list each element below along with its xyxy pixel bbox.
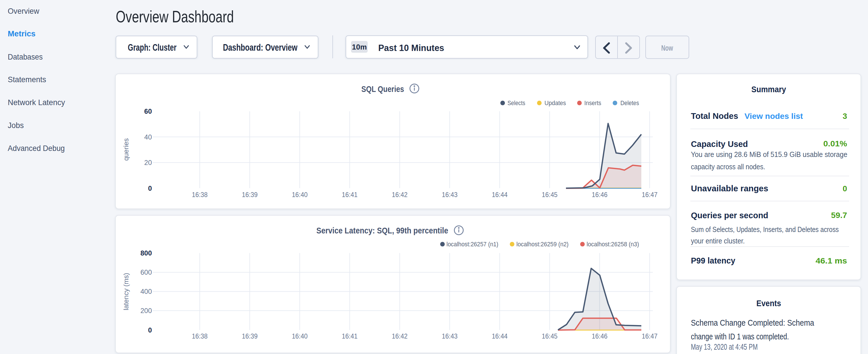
svg-text:59.7: 59.7 xyxy=(831,211,847,220)
svg-text:40: 40 xyxy=(144,133,152,141)
svg-text:20: 20 xyxy=(144,159,152,166)
svg-text:16:46: 16:46 xyxy=(592,332,608,340)
svg-text:16:46: 16:46 xyxy=(592,191,608,198)
svg-text:Overview: Overview xyxy=(8,7,39,15)
svg-text:3: 3 xyxy=(842,112,847,121)
svg-text:16:41: 16:41 xyxy=(342,191,358,198)
svg-text:16:39: 16:39 xyxy=(242,332,258,340)
svg-text:Service Latency: SQL, 99th per: Service Latency: SQL, 99th percentile xyxy=(316,226,448,235)
svg-text:16:45: 16:45 xyxy=(542,191,558,198)
svg-text:16:42: 16:42 xyxy=(392,332,407,340)
svg-text:0: 0 xyxy=(148,185,152,192)
svg-text:Metrics: Metrics xyxy=(8,29,35,38)
svg-text:46.1 ms: 46.1 ms xyxy=(815,256,847,265)
svg-text:Inserts: Inserts xyxy=(584,99,601,106)
svg-text:10m: 10m xyxy=(352,43,367,51)
svg-text:Statements: Statements xyxy=(8,75,46,84)
svg-text:Now: Now xyxy=(661,43,673,53)
svg-text:Databases: Databases xyxy=(8,53,43,61)
svg-text:Selects: Selects xyxy=(507,99,525,106)
svg-text:View nodes list: View nodes list xyxy=(744,112,803,121)
svg-text:Sum of Selects, Updates, Inser: Sum of Selects, Updates, Inserts, and De… xyxy=(691,225,839,233)
svg-text:Deletes: Deletes xyxy=(620,99,639,106)
svg-text:localhost:26259 (n2): localhost:26259 (n2) xyxy=(517,240,568,248)
svg-text:0: 0 xyxy=(148,326,152,334)
svg-text:Events: Events xyxy=(756,298,781,308)
svg-text:SQL Queries: SQL Queries xyxy=(361,84,404,94)
svg-text:Jobs: Jobs xyxy=(8,121,24,130)
svg-text:16:47: 16:47 xyxy=(642,191,657,198)
svg-text:16:43: 16:43 xyxy=(442,332,458,340)
svg-text:Total Nodes: Total Nodes xyxy=(691,111,738,121)
svg-text:0: 0 xyxy=(842,184,847,193)
svg-text:change with ID 1 was completed: change with ID 1 was completed. xyxy=(691,332,789,341)
svg-text:Unavailable ranges: Unavailable ranges xyxy=(691,184,768,193)
svg-text:60: 60 xyxy=(144,107,152,115)
svg-text:Dashboard: Overview: Dashboard: Overview xyxy=(223,42,298,53)
svg-text:Schema Change Completed: Schem: Schema Change Completed: Schema xyxy=(691,318,814,327)
svg-text:localhost:26258 (n3): localhost:26258 (n3) xyxy=(587,240,639,248)
svg-text:16:40: 16:40 xyxy=(292,332,308,340)
svg-text:16:47: 16:47 xyxy=(642,332,657,340)
svg-text:Queries per second: Queries per second xyxy=(691,211,768,220)
svg-text:your entire cluster.: your entire cluster. xyxy=(691,237,745,245)
svg-text:16:45: 16:45 xyxy=(542,332,558,340)
svg-text:queries: queries xyxy=(122,138,130,161)
svg-text:latency (ms): latency (ms) xyxy=(122,273,130,311)
svg-text:16:44: 16:44 xyxy=(492,332,507,340)
svg-text:May 13, 2020 at 4:45 PM: May 13, 2020 at 4:45 PM xyxy=(691,342,758,351)
svg-text:Advanced Debug: Advanced Debug xyxy=(8,144,65,153)
svg-text:Overview Dashboard: Overview Dashboard xyxy=(116,7,234,26)
svg-text:Updates: Updates xyxy=(545,99,566,106)
svg-text:Graph: Cluster: Graph: Cluster xyxy=(128,42,177,53)
svg-text:200: 200 xyxy=(141,307,152,315)
svg-text:Network Latency: Network Latency xyxy=(8,98,65,107)
svg-text:16:44: 16:44 xyxy=(492,191,507,198)
svg-text:16:43: 16:43 xyxy=(442,191,458,198)
svg-text:capacity across all nodes.: capacity across all nodes. xyxy=(691,163,765,171)
svg-text:16:38: 16:38 xyxy=(192,191,208,198)
svg-text:800: 800 xyxy=(141,249,152,257)
svg-text:16:42: 16:42 xyxy=(392,191,407,198)
svg-text:16:41: 16:41 xyxy=(342,332,358,340)
svg-text:16:40: 16:40 xyxy=(292,191,308,198)
svg-text:0.01%: 0.01% xyxy=(823,139,847,148)
svg-text:localhost:26257 (n1): localhost:26257 (n1) xyxy=(446,240,498,248)
svg-text:You are using 28.6 MiB of 515.: You are using 28.6 MiB of 515.9 GiB usab… xyxy=(691,150,847,158)
svg-text:400: 400 xyxy=(141,288,152,295)
svg-text:Past 10 Minutes: Past 10 Minutes xyxy=(378,43,444,53)
svg-text:Summary: Summary xyxy=(751,85,786,94)
svg-text:16:39: 16:39 xyxy=(242,191,258,198)
svg-text:Capacity Used: Capacity Used xyxy=(691,139,748,149)
svg-text:600: 600 xyxy=(141,268,152,276)
svg-text:16:38: 16:38 xyxy=(192,332,208,340)
svg-text:P99 latency: P99 latency xyxy=(691,256,735,265)
